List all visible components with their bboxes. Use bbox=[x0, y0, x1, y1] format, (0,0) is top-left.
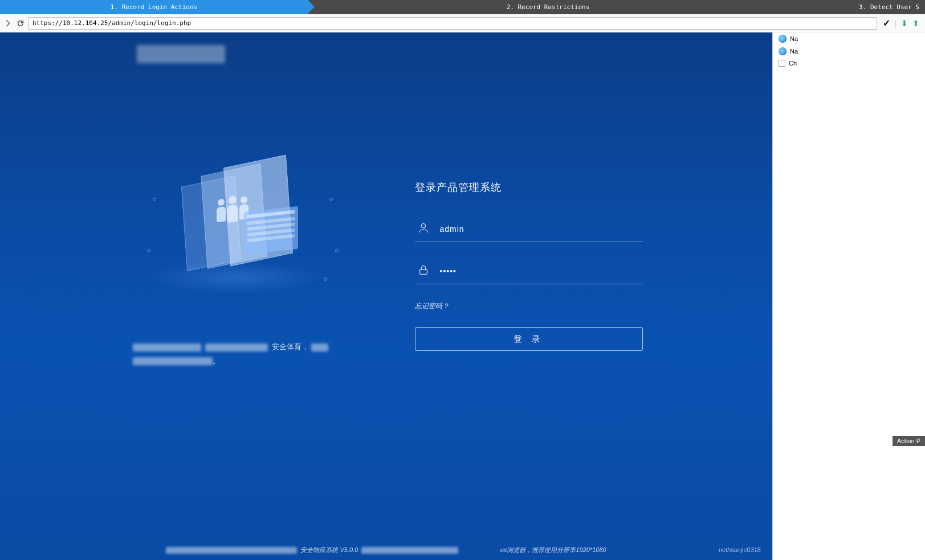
password-input[interactable] bbox=[440, 267, 641, 276]
download-arrow-icon[interactable]: ⬇ bbox=[901, 19, 908, 28]
panel-item-2[interactable]: Na bbox=[773, 45, 925, 58]
lock-icon bbox=[417, 264, 430, 278]
confirm-url-icon[interactable]: ✓ bbox=[883, 18, 890, 28]
marketing-copy: 安全体育， 。 bbox=[133, 340, 338, 368]
panel-item-label: Ch bbox=[789, 60, 797, 67]
action-panel-tab[interactable]: Action P bbox=[893, 436, 925, 446]
watermark: net/xianjie0318 bbox=[719, 546, 761, 553]
login-form: 登录产品管理系统 bbox=[415, 163, 643, 368]
globe-icon bbox=[779, 35, 787, 43]
login-title: 登录产品管理系统 bbox=[415, 181, 643, 194]
workflow-tabs: 1. Record Login Actions 2. Record Restri… bbox=[0, 0, 925, 14]
nav-forward-icon[interactable] bbox=[3, 19, 13, 28]
page-header bbox=[0, 32, 772, 76]
url-actions: ✓ | ⬇ ⬆ bbox=[881, 18, 922, 28]
marketing-visible-text: 安全体育， bbox=[272, 342, 309, 351]
panel-item-label: Na bbox=[790, 48, 798, 55]
upload-arrow-icon[interactable]: ⬆ bbox=[912, 19, 919, 28]
svg-point-0 bbox=[421, 224, 425, 228]
panel-item-3[interactable]: Ch bbox=[773, 58, 925, 69]
forgot-password-link[interactable]: 忘记密码？ bbox=[415, 301, 643, 311]
footer-visible-text: 安全响应系统 V5.0.0 bbox=[300, 546, 358, 553]
footer-browser-text: ox浏览器，推荐使用分辨率1920*1080 bbox=[500, 546, 606, 553]
reload-icon[interactable] bbox=[16, 19, 25, 28]
illustration-column: 安全体育， 。 bbox=[130, 163, 341, 368]
tab-record-restrictions[interactable]: 2. Record Restrictions bbox=[308, 0, 788, 14]
browser-viewport: 安全体育， 。 登录产品管理系统 bbox=[0, 32, 772, 560]
panel-item-1[interactable]: Na bbox=[773, 32, 925, 45]
product-logo bbox=[137, 45, 225, 63]
username-field[interactable] bbox=[415, 217, 643, 242]
svg-rect-1 bbox=[419, 269, 427, 274]
login-page: 安全体育， 。 登录产品管理系统 bbox=[0, 32, 772, 560]
checkbox-icon bbox=[779, 60, 785, 67]
panel-item-label: Na bbox=[790, 35, 798, 42]
side-panel: Na Na Ch Action P bbox=[772, 32, 925, 560]
globe-icon bbox=[779, 47, 787, 55]
hero-illustration bbox=[130, 163, 341, 306]
username-input[interactable] bbox=[440, 224, 641, 234]
password-field[interactable] bbox=[415, 259, 643, 284]
url-bar: ✓ | ⬇ ⬆ bbox=[0, 14, 925, 32]
url-input[interactable] bbox=[28, 17, 877, 30]
tab-record-login[interactable]: 1. Record Login Actions bbox=[0, 0, 308, 14]
tab-detect-user[interactable]: 3. Detect User S bbox=[788, 0, 925, 14]
login-button[interactable]: 登 录 bbox=[415, 327, 643, 351]
page-footer: 安全响应系统 V5.0.0 ox浏览器，推荐使用分辨率1920*1080 bbox=[0, 546, 772, 554]
user-icon bbox=[417, 222, 430, 236]
